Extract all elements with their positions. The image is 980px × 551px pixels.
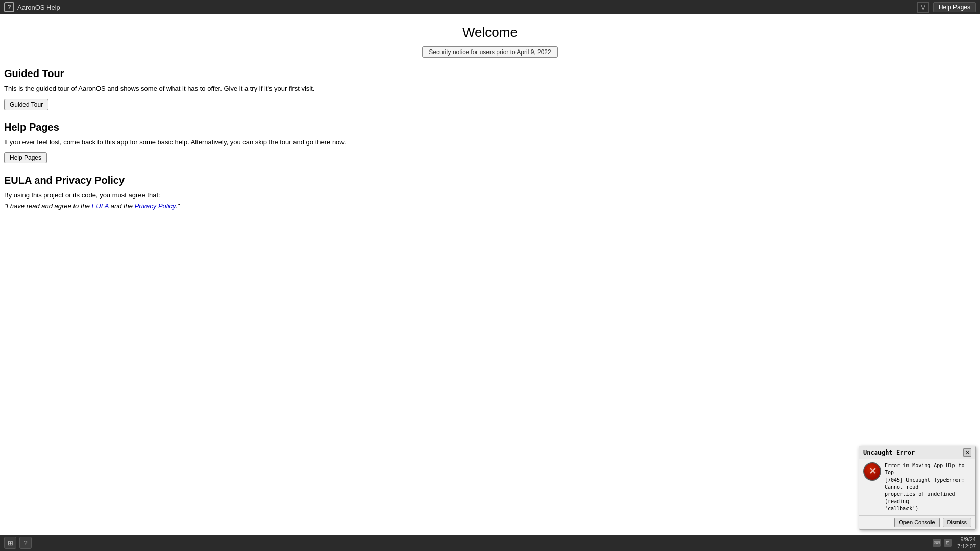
error-dialog: Uncaught Error ✕ Error in Moving App Hlp… [859,446,976,530]
bottom-bar-left: ⊞ ? [4,537,32,549]
privacy-policy-link[interactable]: Privacy Policy [135,202,176,210]
eula-text: By using this project or its code, you m… [4,190,976,212]
eula-section: EULA and Privacy Policy By using this pr… [4,174,976,212]
version-label: V [917,2,929,13]
error-dialog-title: Uncaught Error [863,449,915,456]
guided-tour-heading: Guided Tour [4,68,976,80]
top-bar-left: ? AaronOS Help [4,2,60,12]
help-pages-heading: Help Pages [4,121,976,133]
bottom-bar-right: ⌨ ⊡ 9/9/247:12:07 [933,536,976,550]
network-icon: ⊡ [944,539,952,547]
guided-tour-section: Guided Tour This is the guided tour of A… [4,68,976,110]
grid-button[interactable]: ⊞ [4,537,16,549]
keyboard-icon: ⌨ [933,539,941,547]
eula-quote-suffix: ." [176,202,180,210]
error-close-button[interactable]: ✕ [963,448,971,457]
guided-tour-button[interactable]: Guided Tour [4,99,48,110]
guided-tour-description: This is the guided tour of AaronOS and s… [4,84,976,94]
eula-quote: "I have read and agree to the EULA and t… [4,202,180,210]
eula-quote-prefix: "I have read and agree to the [4,202,92,210]
page-title: Welcome [4,24,976,40]
eula-prefix: By using this project or its code, you m… [4,191,160,199]
dismiss-button[interactable]: Dismiss [943,518,972,527]
app-icon: ? [4,2,14,12]
help-button[interactable]: ? [19,537,32,549]
security-notice-button[interactable]: Security notice for users prior to April… [422,46,557,58]
help-pages-top-button[interactable]: Help Pages [933,2,976,12]
help-pages-button[interactable]: Help Pages [4,152,47,163]
error-dialog-body: Error in Moving App Hlp to Top[7045] Unc… [859,459,975,515]
open-console-button[interactable]: Open Console [894,518,939,527]
app-title: AaronOS Help [17,4,60,11]
top-bar-right: V Help Pages [917,2,976,13]
help-pages-section: Help Pages If you ever feel lost, come b… [4,121,976,164]
security-notice-container: Security notice for users prior to April… [4,46,976,58]
eula-middle: and the [109,202,135,210]
error-dialog-header: Uncaught Error ✕ [859,446,975,459]
datetime-display: 9/9/247:12:07 [957,536,976,550]
eula-heading: EULA and Privacy Policy [4,174,976,186]
main-content: Welcome Security notice for users prior … [0,14,980,227]
error-message: Error in Moving App Hlp to Top[7045] Unc… [885,462,971,512]
help-pages-description: If you ever feel lost, come back to this… [4,137,976,147]
bottom-bar: ⊞ ? ⌨ ⊡ 9/9/247:12:07 [0,535,980,551]
eula-link[interactable]: EULA [92,202,109,210]
error-dialog-footer: Open Console Dismiss [859,515,975,529]
system-tray: ⌨ ⊡ [933,539,952,547]
top-bar: ? AaronOS Help V Help Pages [0,0,980,14]
error-globe-icon [863,462,881,481]
